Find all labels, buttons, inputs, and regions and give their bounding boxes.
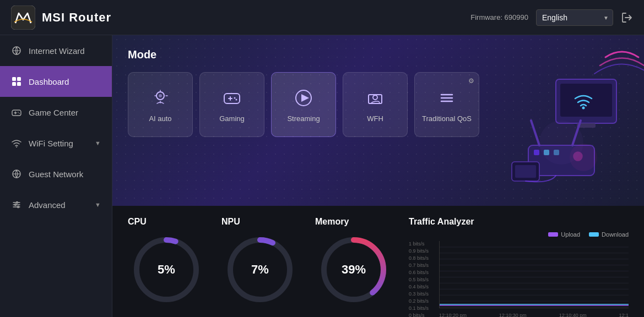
svg-point-14 xyxy=(17,202,18,204)
wfh-icon xyxy=(364,87,386,109)
memory-gauge: 39% xyxy=(315,231,392,308)
sidebar-label-internet-wizard: Internet Wizard xyxy=(29,46,85,56)
y-label-4: 0.6 bits/s xyxy=(409,270,437,275)
npu-gauge: 7% xyxy=(221,231,299,308)
traffic-title: Traffic Analyzer xyxy=(409,217,629,227)
sidebar-label-game-center: Game Center xyxy=(29,108,78,117)
wifi-setting-chevron: ▼ xyxy=(95,140,101,146)
legend-download: Download xyxy=(589,231,629,238)
mode-card-wfh[interactable]: WFH xyxy=(343,72,408,137)
svg-rect-2 xyxy=(12,77,16,81)
mode-card-label-gaming: Gaming xyxy=(219,114,245,123)
mode-card-label-ai-auto: AI auto xyxy=(149,114,171,123)
chart-svg xyxy=(440,241,629,308)
y-label-9: 0.1 bits/s xyxy=(409,305,437,311)
msi-logo-icon xyxy=(11,6,35,30)
language-select[interactable]: English 中文 日本語 Español xyxy=(536,9,613,26)
svg-point-7 xyxy=(18,112,19,113)
traffic-chart-area: 1 bits/s 0.9 bits/s 0.8 bits/s 0.7 bits/… xyxy=(409,241,629,317)
x-label-2: 12:10:40 pm xyxy=(559,313,587,317)
content-area: Mode AI auto xyxy=(112,35,644,317)
traffic-legend: Upload Download xyxy=(409,231,629,238)
sidebar-item-wifi-setting[interactable]: WiFi Setting ▼ xyxy=(0,128,112,158)
internet-wizard-icon xyxy=(11,45,22,56)
svg-point-17 xyxy=(15,204,17,206)
svg-point-24 xyxy=(234,97,236,99)
memory-title: Memory xyxy=(315,217,349,227)
mode-card-label-traditional-qos: Traditional QoS xyxy=(422,114,472,123)
traffic-analyzer-block: Traffic Analyzer Upload Download 1 bits/… xyxy=(409,217,629,317)
sidebar-item-internet-wizard[interactable]: Internet Wizard xyxy=(0,35,112,66)
chart-y-labels: 1 bits/s 0.9 bits/s 0.8 bits/s 0.7 bits/… xyxy=(409,241,439,317)
svg-rect-5 xyxy=(17,82,21,86)
memory-value: 39% xyxy=(342,263,366,277)
gaming-icon xyxy=(221,87,243,109)
svg-point-29 xyxy=(373,95,377,100)
svg-point-25 xyxy=(236,99,237,100)
upload-legend-dot xyxy=(548,232,558,237)
mode-card-ai-auto[interactable]: AI auto xyxy=(128,72,193,137)
mode-card-gaming[interactable]: Gaming xyxy=(199,72,264,137)
mode-card-traditional-qos[interactable]: ⚙ Traditional QoS xyxy=(414,72,479,137)
advanced-icon xyxy=(11,199,22,210)
y-label-5: 0.5 bits/s xyxy=(409,277,437,282)
sidebar-label-wifi-setting: WiFi Setting xyxy=(29,139,73,148)
upload-legend-label: Upload xyxy=(561,231,580,238)
memory-stat-block: Memory 39% xyxy=(315,217,392,308)
sidebar: Internet Wizard Dashboard xyxy=(0,35,112,317)
sidebar-label-advanced: Advanced xyxy=(29,200,66,210)
y-label-0: 1 bits/s xyxy=(409,241,437,247)
svg-rect-45 xyxy=(515,165,536,178)
y-label-10: 0 bits/s xyxy=(409,313,437,317)
header: MSI Router Firmware: 690990 English 中文 日… xyxy=(0,0,644,35)
y-label-3: 0.7 bits/s xyxy=(409,263,437,268)
svg-point-8 xyxy=(19,113,20,114)
firmware-label: Firmware: 690990 xyxy=(470,13,528,21)
advanced-chevron: ▼ xyxy=(95,201,101,208)
x-label-3: 12:1 xyxy=(619,313,629,317)
sidebar-item-guest-network[interactable]: Guest Network xyxy=(0,158,112,189)
logo-area: MSI Router xyxy=(11,6,470,30)
traditional-qos-icon xyxy=(436,87,458,109)
svg-rect-4 xyxy=(12,82,16,86)
npu-value: 7% xyxy=(251,263,269,277)
y-label-1: 0.9 bits/s xyxy=(409,248,437,254)
chart-x-labels: 12:10:20 pm 12:10:30 pm 12:10:40 pm 12:1 xyxy=(439,313,629,317)
svg-marker-27 xyxy=(301,94,309,102)
cpu-title: CPU xyxy=(128,217,147,227)
svg-rect-28 xyxy=(369,95,382,103)
svg-point-9 xyxy=(16,146,17,147)
sidebar-label-dashboard: Dashboard xyxy=(29,77,69,86)
sidebar-item-game-center[interactable]: Game Center xyxy=(0,97,112,128)
sidebar-item-advanced[interactable]: Advanced ▼ xyxy=(0,189,112,220)
wifi-setting-icon xyxy=(11,138,22,149)
cpu-value: 5% xyxy=(158,263,175,277)
download-legend-dot xyxy=(589,232,599,237)
y-label-2: 0.8 bits/s xyxy=(409,255,437,261)
download-legend-label: Download xyxy=(602,231,629,238)
cpu-stat-block: CPU 5% xyxy=(128,217,205,308)
sidebar-label-guest-network: Guest Network xyxy=(29,170,83,179)
y-label-7: 0.3 bits/s xyxy=(409,291,437,297)
mode-card-streaming[interactable]: Streaming xyxy=(271,72,336,137)
svg-rect-38 xyxy=(534,150,539,155)
npu-title: NPU xyxy=(221,217,240,227)
npu-stat-block: NPU 7% xyxy=(221,217,299,308)
cpu-gauge: 5% xyxy=(128,231,205,308)
traditional-qos-settings-icon[interactable]: ⚙ xyxy=(468,77,474,85)
svg-point-20 xyxy=(18,206,19,208)
sidebar-item-dashboard[interactable]: Dashboard xyxy=(0,66,112,97)
x-label-1: 12:10:30 pm xyxy=(499,313,527,317)
ai-auto-icon xyxy=(149,87,171,109)
svg-point-22 xyxy=(159,94,162,97)
dashboard-icon xyxy=(11,76,22,87)
x-label-0: 12:10:20 pm xyxy=(439,313,467,317)
logout-button[interactable] xyxy=(621,12,633,24)
mode-cards-container: AI auto Gaming Strea xyxy=(128,72,629,137)
svg-rect-0 xyxy=(11,6,35,30)
mode-section: Mode AI auto xyxy=(112,35,644,206)
header-right: Firmware: 690990 English 中文 日本語 Español xyxy=(470,9,633,26)
mode-card-label-wfh: WFH xyxy=(367,114,383,123)
stats-section: CPU 5% xyxy=(112,206,644,317)
language-selector-wrapper[interactable]: English 中文 日本語 Español xyxy=(536,9,613,26)
